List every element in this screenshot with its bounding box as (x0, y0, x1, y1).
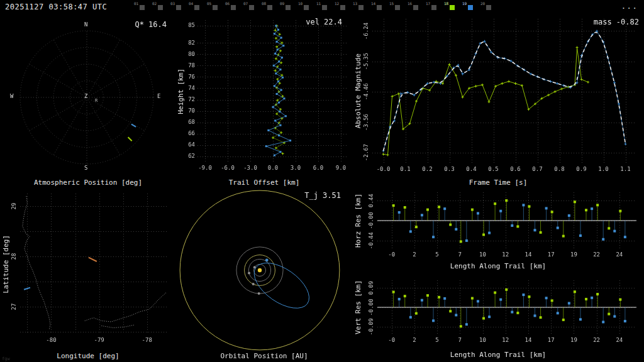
frame-number: 09 (280, 1, 284, 6)
frame-thumbnail-square (340, 5, 345, 10)
frame-indicator-16[interactable]: 16 (407, 1, 425, 13)
frame-indicator-09[interactable]: 09 (279, 1, 297, 13)
height-vs-trail-offset-panel: vel 22.4 Height [km] Trail Offset [km] (176, 14, 352, 189)
top-bar: 20251127 03:58:47 UTC 010203040506070809… (0, 0, 644, 14)
footer-note: fgw (2, 356, 10, 361)
overflow-menu-button[interactable]: ... (621, 1, 638, 11)
frame-number: 08 (262, 1, 266, 6)
velocity-title: vel 22.4 (306, 18, 342, 26)
frame-indicator-13[interactable]: 13 (352, 1, 370, 13)
vert-res-axis-label: Vert Res [km] (354, 280, 362, 334)
frame-indicator-12[interactable]: 12 (334, 1, 352, 13)
frame-thumbnail-square (450, 5, 455, 10)
frame-indicator-11[interactable]: 11 (316, 1, 334, 13)
frame-number: 01 (134, 1, 138, 6)
frame-thumbnail-square (158, 5, 163, 10)
frame-thumbnail-square (267, 5, 272, 10)
vert-length-axis-label: Length Along Trail [km] (352, 351, 644, 359)
frame-thumbnail-square (304, 5, 309, 10)
frame-thumbnail-square (231, 5, 236, 10)
orbital-position-axis-label: Orbital Position [AU] (176, 352, 352, 360)
frame-indicator-08[interactable]: 08 (261, 1, 279, 13)
frame-indicator-05[interactable]: 05 (206, 1, 225, 13)
compass-west-label: W (10, 93, 13, 99)
vertical-residuals-panel: Vert Res [km] Length Along Trail [km] (352, 277, 644, 362)
frame-number: 03 (170, 1, 175, 6)
frame-number: 10 (298, 1, 303, 6)
frame-number: 04 (189, 1, 193, 6)
orbit-plot (176, 189, 352, 362)
frame-number: 12 (335, 1, 339, 6)
polar-sky-plot (0, 14, 176, 172)
frame-indicator-20[interactable]: 20 (480, 1, 498, 13)
compass-east-label: E (157, 93, 160, 99)
polar-axis-label: Atmospheric Position [deg] (0, 178, 176, 187)
frame-thumbnail-square (377, 5, 382, 10)
frame-indicator-19[interactable]: 19 (462, 1, 480, 13)
zenith-label: Z (84, 93, 87, 99)
orbital-position-panel: T_j 3.51 Orbital Position [AU] (176, 189, 352, 362)
frame-strip: 0102030405060708091011121314151617181920 (133, 1, 498, 13)
frame-number: 19 (462, 1, 467, 6)
frame-thumbnail-square (431, 5, 436, 10)
frame-number: 17 (426, 1, 430, 6)
frame-indicator-18[interactable]: 18 (443, 1, 462, 13)
frame-thumbnail-square (140, 5, 145, 10)
vert-residuals-plot (352, 277, 644, 349)
frame-number: 16 (408, 1, 412, 6)
frame-indicator-04[interactable]: 04 (188, 1, 206, 13)
frame-indicator-06[interactable]: 06 (225, 1, 243, 13)
q-value-title: Q* 16.4 (135, 20, 167, 29)
mass-title: mass -0.82 (594, 18, 639, 26)
horz-res-axis-label: Horz Res [km] (354, 194, 362, 248)
frame-number: 20 (480, 1, 485, 6)
frame-number: 11 (316, 1, 321, 6)
magnitude-plot (352, 14, 644, 176)
app-screen: 20251127 03:58:47 UTC 010203040506070809… (0, 0, 644, 362)
frame-thumbnail-square (358, 5, 364, 10)
frame-time-axis-label: Frame Time [s] (352, 178, 644, 187)
frame-number: 06 (225, 1, 230, 6)
frame-thumbnail-square (486, 5, 491, 10)
frame-thumbnail-square (194, 5, 199, 10)
ground-track-map-panel: Latitude [deg] Longitude [deg] (0, 189, 176, 362)
atmospheric-position-panel: Q* 16.4 N S E W Z R Atmospheric Position… (0, 14, 176, 189)
frame-indicator-15[interactable]: 15 (389, 1, 407, 13)
tisserand-title: T_j 3.51 (304, 191, 341, 200)
latitude-axis-label: Latitude [deg] (2, 235, 10, 293)
trail-offset-axis-label: Trail Offset [km] (176, 178, 352, 187)
frame-indicator-01[interactable]: 01 (133, 1, 152, 13)
frame-thumbnail-square (213, 5, 218, 10)
frame-thumbnail-square (413, 5, 418, 10)
frame-indicator-03[interactable]: 03 (170, 1, 188, 13)
utc-timestamp: 20251127 03:58:47 UTC (5, 3, 107, 11)
ground-map-plot (0, 189, 176, 346)
frame-indicator-07[interactable]: 07 (243, 1, 261, 13)
horizontal-residuals-panel: Horz Res [km] Length Along Trail [km] (352, 189, 644, 277)
frame-number: 02 (152, 1, 157, 6)
height-axis-label: Height [km] (177, 69, 185, 114)
frame-number: 07 (243, 1, 248, 6)
horz-length-axis-label: Length Along Trail [km] (352, 262, 644, 270)
frame-number: 15 (389, 1, 394, 6)
magnitude-axis-label: Absolute Magnitude (354, 53, 362, 128)
trail-offset-plot (176, 14, 352, 176)
frame-number: 18 (444, 1, 448, 6)
frame-indicator-10[interactable]: 10 (297, 1, 316, 13)
horz-residuals-plot (352, 189, 644, 264)
frame-thumbnail-square (176, 5, 181, 10)
frame-thumbnail-square (249, 5, 254, 10)
frame-thumbnail-square (395, 5, 400, 10)
frame-indicator-17[interactable]: 17 (425, 1, 443, 13)
frame-number: 13 (353, 1, 357, 6)
frame-number: 05 (207, 1, 211, 6)
frame-indicator-14[interactable]: 14 (370, 1, 389, 13)
frame-thumbnail-square (286, 5, 291, 10)
radiant-label: R (95, 98, 97, 103)
frame-indicator-02[interactable]: 02 (152, 1, 170, 13)
frame-thumbnail-square (468, 5, 473, 10)
frame-thumbnail-square (322, 5, 327, 10)
longitude-axis-label: Longitude [deg] (0, 352, 176, 360)
frame-number: 14 (371, 1, 375, 6)
light-curve-panel: mass -0.82 Absolute Magnitude Frame Time… (352, 14, 644, 189)
